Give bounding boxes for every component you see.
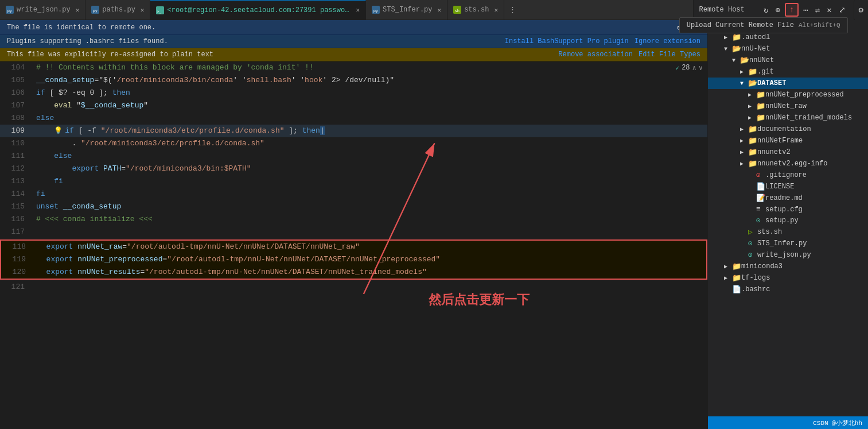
tree-item-autodl[interactable]: ▶ 📁 .autodl xyxy=(708,32,868,43)
tree-item-readme[interactable]: ▶ 📝 readme.md xyxy=(708,192,868,204)
folder-icon-trained: 📁 xyxy=(756,113,765,122)
line-num-119: 119 xyxy=(1,253,33,266)
tree-item-write-json[interactable]: ▶ ⊙ write_json.py xyxy=(708,249,868,261)
line-content-120: export nnUNet_results="/root/autodl-tmp/… xyxy=(33,266,706,279)
tab-close-bashrc[interactable]: ✕ xyxy=(356,6,360,14)
tree-item-sts-sh[interactable]: ▶ ▷ sts.sh xyxy=(708,226,868,238)
tree-item-git[interactable]: ▶ 📁 .git xyxy=(708,66,868,78)
tab-sts-infer[interactable]: py STS_Infer.py ✕ xyxy=(366,0,447,20)
add-icon[interactable]: ⊕ xyxy=(773,4,782,16)
highlighted-block: 118 export nnUNet_raw="/root/autodl-tmp/… xyxy=(0,239,707,280)
upload-tooltip-text: Upload Current Remote File xyxy=(687,21,794,29)
folder-icon-nnu-net: 📂 xyxy=(732,44,741,53)
folder-icon-miniconda3: 📁 xyxy=(732,262,741,271)
tree-label-preprocessed: nnUNet_preprocessed xyxy=(765,91,844,99)
line-content-105: __conda_setup="$('/root/miniconda3/bin/c… xyxy=(32,74,707,87)
tree-item-setup-py[interactable]: ▶ ⊙ setup.py xyxy=(708,215,868,226)
file-icon-gitignore: ⊙ xyxy=(756,171,765,180)
collapse-arrow-nnunetframe: ▶ xyxy=(740,137,748,144)
tree-item-preprocessed[interactable]: ▶ 📁 nnUNet_preprocessed xyxy=(708,89,868,101)
line-content-115: unset __conda_setup xyxy=(32,200,707,213)
line-num-114: 114 xyxy=(0,188,32,200)
tree-label-readme: readme.md xyxy=(765,194,803,202)
edit-file-types-btn[interactable]: Edit File Types xyxy=(639,51,700,59)
collapse-arrow-nnunet: ▼ xyxy=(732,57,740,64)
tree-item-nnunet[interactable]: ▼ 📂 nnUNet xyxy=(708,55,868,66)
collapse-arrow-preprocessed: ▶ xyxy=(748,91,756,98)
collapse-arrow-raw: ▶ xyxy=(748,103,756,110)
tree-item-tf-logs[interactable]: ▶ 📁 tf-logs xyxy=(708,272,868,284)
tree-item-bashrc[interactable]: ▶ 📄 .bashrc xyxy=(708,284,868,295)
right-panel: ▶ 📁 autodl-tmp ▶ 📁 .autodl ▼ 📂 nnU-Net xyxy=(707,20,868,429)
tree-label-documentation: documentation xyxy=(757,125,811,133)
tab-bashrc[interactable]: >_ <root@region-42.seetacloud.com:27391 … xyxy=(150,0,366,20)
line-num-113: 113 xyxy=(0,175,32,188)
line-num-106: 106 xyxy=(0,87,32,99)
table-row: 114 fi xyxy=(0,188,707,200)
line-num-115: 115 xyxy=(0,200,32,213)
tree-label-autodl: .autodl xyxy=(741,33,770,41)
file-icon-sts-infer: ⊙ xyxy=(748,239,757,248)
line-content-113: fi xyxy=(32,175,707,188)
line-num-120: 120 xyxy=(1,266,33,279)
gutter-down-icon[interactable]: ∨ xyxy=(699,64,703,72)
line-content-110: . "/root/miniconda3/etc/profile.d/conda.… xyxy=(32,137,707,150)
folder-icon-nnunet: 📂 xyxy=(740,56,749,65)
gutter-count: ✓ 28 ∧ ∨ xyxy=(676,61,703,74)
tab-overflow-menu[interactable]: ⋮ xyxy=(504,5,521,14)
tree-label-egg: nnunetv2.egg-info xyxy=(757,160,827,168)
refresh-icon[interactable]: ↻ xyxy=(761,4,770,16)
line-content-117 xyxy=(32,226,707,238)
code-editor[interactable]: 104 # !! Contents within this block are … xyxy=(0,61,707,429)
file-icon-setup-cfg: ≡ xyxy=(756,205,765,214)
tree-item-license[interactable]: ▶ 📄 LICENSE xyxy=(708,181,868,192)
checkmark-icon: ✓ xyxy=(676,64,680,72)
line-content-118: export nnUNet_raw="/root/autodl-tmp/nnU-… xyxy=(33,241,706,253)
tab-paths[interactable]: py paths.py ✕ xyxy=(85,0,150,20)
close-panel-icon[interactable]: ✕ xyxy=(824,4,834,16)
table-row: 106 if [ $? -eq 0 ]; then xyxy=(0,87,707,99)
tree-item-gitignore[interactable]: ▶ ⊙ .gitignore xyxy=(708,169,868,181)
tree-label-nnunetframe: nnUNetFrame xyxy=(757,137,803,145)
file-tree: ▶ 📁 autodl-tmp ▶ 📁 .autodl ▼ 📂 nnU-Net xyxy=(708,20,868,416)
tree-item-nnu-net[interactable]: ▼ 📂 nnU-Net xyxy=(708,43,868,55)
tree-item-nnunetv2[interactable]: ▶ 📁 nnunetv2 xyxy=(708,146,868,158)
more-icon[interactable]: ⋯ xyxy=(801,4,810,16)
remove-association-btn[interactable]: Remove association xyxy=(558,51,633,59)
upload-icon[interactable]: ↑ xyxy=(785,3,799,17)
tree-label-setup-cfg: setup.cfg xyxy=(765,206,803,214)
gutter-up-icon[interactable]: ∧ xyxy=(692,64,696,72)
line-num-104: 104 xyxy=(0,61,32,74)
tree-item-raw[interactable]: ▶ 📁 nnUNet_raw xyxy=(708,101,868,112)
line-num-111: 111 xyxy=(0,150,32,163)
sh-icon: sh xyxy=(453,6,461,14)
install-bashsupport-btn[interactable]: Install BashSupport Pro plugin xyxy=(505,37,629,45)
sync-icon[interactable]: ⇌ xyxy=(813,4,822,16)
tab-close-paths[interactable]: ✕ xyxy=(141,6,145,14)
tree-item-documentation[interactable]: ▶ 📁 documentation xyxy=(708,123,868,135)
table-row: 108 else xyxy=(0,112,707,125)
tree-item-nnunetframe[interactable]: ▶ 📁 nnUNetFrame xyxy=(708,135,868,146)
tab-write-json[interactable]: py write_json.py ✕ xyxy=(0,0,85,20)
tree-item-miniconda3[interactable]: ▶ 📁 miniconda3 xyxy=(708,261,868,272)
expand-icon[interactable]: ⤢ xyxy=(836,4,848,16)
tree-item-setup-cfg[interactable]: ▶ ≡ setup.cfg xyxy=(708,204,868,215)
table-row: 111 else xyxy=(0,150,707,163)
tab-sts-sh[interactable]: sh sts.sh ✕ xyxy=(447,0,504,20)
tree-label-write-json: write_json.py xyxy=(757,251,811,259)
tab-close-sts-sh[interactable]: ✕ xyxy=(494,6,498,14)
tab-close-sts[interactable]: ✕ xyxy=(438,6,442,14)
tree-item-trained[interactable]: ▶ 📁 nnUNet_trained_models xyxy=(708,112,868,123)
line-content-114: fi xyxy=(32,188,707,200)
tab-close-write-json[interactable]: ✕ xyxy=(76,6,80,14)
file-icon-bashrc: 📄 xyxy=(732,285,741,294)
svg-text:py: py xyxy=(373,9,378,13)
tree-item-egg-info[interactable]: ▶ 📁 nnunetv2.egg-info xyxy=(708,158,868,169)
tree-item-sts-infer[interactable]: ▶ ⊙ STS_Infer.py xyxy=(708,238,868,249)
tree-label-sts-sh: sts.sh xyxy=(757,228,782,236)
ignore-extension-btn[interactable]: Ignore extension xyxy=(635,37,700,45)
tree-item-dataset[interactable]: ▼ 📂 DATASET xyxy=(708,78,868,89)
line-num-118: 118 xyxy=(1,241,33,253)
settings-icon[interactable]: ⚙ xyxy=(854,0,868,20)
file-icon-license: 📄 xyxy=(756,182,765,191)
